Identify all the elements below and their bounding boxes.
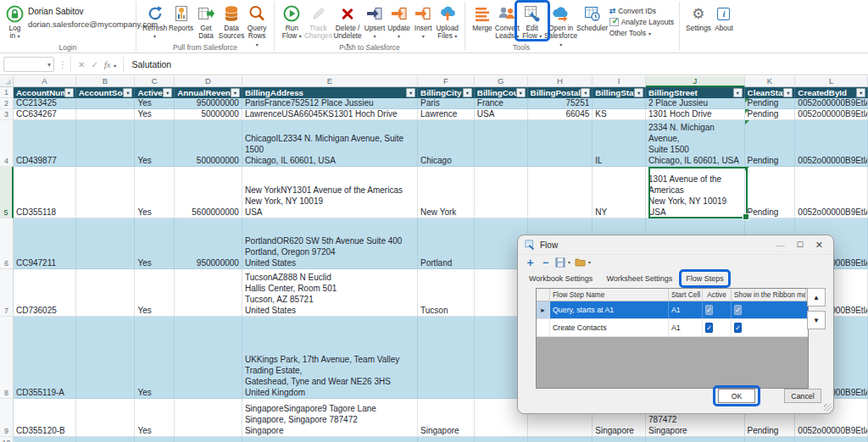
cell-K2[interactable]: Pending — [745, 98, 796, 109]
cell-B3[interactable] — [76, 109, 136, 120]
name-box[interactable]: ▾ — [3, 57, 54, 72]
merge-button[interactable]: Merge — [471, 3, 493, 32]
active-checkbox[interactable]: ✓ — [705, 323, 713, 333]
cell-K10[interactable] — [745, 437, 796, 442]
save-dropdown-icon[interactable]: ▾ — [568, 259, 570, 265]
minimize-icon[interactable]: — — [776, 240, 785, 250]
reports-button[interactable]: Reports — [169, 3, 193, 32]
cell-B6[interactable] — [76, 218, 136, 269]
filter-dropdown-icon[interactable]: ▾ — [516, 88, 526, 97]
filter-dropdown-icon[interactable]: ▾ — [783, 88, 793, 97]
cell-A5[interactable]: CD355118 — [14, 167, 76, 218]
field-header-AccountSource[interactable]: AccountSource▾ — [76, 87, 136, 98]
flow-step-name[interactable]: Create Contacts — [550, 319, 669, 336]
log-in-button[interactable]: Log in ▾ — [6, 3, 24, 41]
cell-H2[interactable]: 75251 — [528, 98, 593, 109]
column-header-A[interactable]: A — [14, 76, 76, 87]
filter-dropdown-icon[interactable]: ▾ — [634, 88, 643, 97]
flow-step-start-cell[interactable]: A1 — [669, 319, 703, 336]
cell-G4[interactable] — [475, 120, 528, 167]
column-header-G[interactable]: G — [475, 76, 528, 87]
analyze-layouts-button[interactable]: Analyze Layouts — [609, 18, 674, 26]
formula-bar-handle[interactable]: ⋮ — [58, 60, 66, 69]
edit-flow-button[interactable]: Edit Flow ▾ — [521, 3, 543, 41]
cell-B5[interactable] — [76, 167, 136, 218]
cell-C6[interactable]: Yes — [135, 218, 175, 269]
cell-H3[interactable]: 66045 — [528, 109, 593, 120]
save-icon[interactable] — [555, 257, 565, 268]
cell-C8[interactable]: Yes — [135, 317, 175, 399]
row-header-5[interactable]: 5 — [0, 167, 14, 218]
open-folder-icon[interactable] — [575, 257, 586, 267]
cell-H10[interactable] — [528, 437, 593, 442]
flow-step-name[interactable]: Query, starts at A1 — [550, 301, 669, 318]
cell-D7[interactable] — [175, 269, 242, 317]
cell-H4[interactable] — [528, 120, 593, 167]
row-header-6[interactable]: 6 — [0, 218, 14, 269]
cell-B2[interactable] — [76, 98, 136, 109]
flow-dialog-titlebar[interactable]: Flow — ☐ ✕ — [518, 235, 833, 254]
cell-E6[interactable]: PortlandOR620 SW 5th Avenue Suite 400 Po… — [242, 218, 418, 269]
cell-A3[interactable]: CC634267 — [14, 109, 76, 120]
field-header-AccountNumber[interactable]: AccountNumber▾ — [14, 87, 76, 98]
show-in-ribbon-checkbox[interactable]: ✓ — [734, 323, 742, 333]
cell-G3[interactable]: USA — [475, 109, 528, 120]
confirm-entry-icon[interactable]: ✓ — [91, 60, 97, 69]
column-header-H[interactable]: H — [528, 76, 593, 87]
show-in-ribbon-checkbox[interactable]: ✓ — [734, 305, 742, 315]
field-header-BillingState[interactable]: BillingState▾ — [593, 87, 646, 98]
cell-J5[interactable]: 1301 Avenue of the Americas New York, NY… — [646, 167, 745, 218]
field-header-BillingPostalCode[interactable]: BillingPostalCode▾ — [528, 87, 593, 98]
open-dropdown-icon[interactable]: ▾ — [588, 259, 591, 265]
column-header-D[interactable]: D — [175, 76, 242, 87]
insert-button[interactable]: Insert▾ — [412, 3, 435, 41]
field-header-BillingStreet[interactable]: BillingStreet▾ — [646, 87, 745, 98]
open-in-salesforce-button[interactable]: Open in Salesforce ▾ — [545, 3, 577, 48]
cell-B9[interactable] — [76, 399, 136, 437]
filter-dropdown-icon[interactable]: ▾ — [856, 88, 865, 97]
cell-H5[interactable] — [528, 167, 593, 218]
cell-B10[interactable] — [76, 437, 136, 442]
cell-F10[interactable] — [418, 437, 475, 442]
row-header-2[interactable]: 2 — [0, 98, 14, 109]
cancel-entry-icon[interactable]: ✕ — [78, 60, 85, 69]
cell-F2[interactable]: Paris — [418, 98, 475, 109]
cell-A10[interactable] — [14, 437, 76, 442]
formula-bar-value[interactable]: Salutation — [124, 59, 172, 69]
cell-L2[interactable]: 0052o00000B9EtlAA — [795, 98, 868, 109]
cell-E7[interactable]: TucsonAZ888 N Euclid Hallis Center, Room… — [242, 269, 418, 317]
insert-function-icon[interactable]: fx ▾ — [104, 59, 116, 69]
get-data-button[interactable]: Get Data — [195, 3, 217, 41]
cell-D5[interactable]: 5600000000 — [175, 167, 242, 218]
move-step-down-button[interactable]: ▼ — [807, 311, 826, 329]
cell-F6[interactable]: Portland — [418, 218, 475, 269]
cell-A2[interactable]: CC213425 — [14, 98, 76, 109]
cell-L5[interactable]: 0052o00000B9EtlAA — [795, 167, 868, 218]
run-flow-button[interactable]: Run Flow ▾ — [281, 3, 303, 41]
row-header-7[interactable]: 7 — [0, 269, 14, 317]
cell-I4[interactable]: IL — [593, 120, 646, 167]
filter-dropdown-icon[interactable]: ▾ — [581, 88, 590, 97]
other-tools-button[interactable]: Other Tools ▾ — [609, 29, 674, 37]
cell-D10[interactable] — [175, 437, 242, 442]
cell-B4[interactable] — [76, 120, 136, 167]
field-header-Active__c[interactable]: Active__c▾ — [135, 87, 175, 98]
cell-I2[interactable] — [593, 98, 646, 109]
move-step-up-button[interactable]: ▲ — [807, 288, 826, 307]
field-header-AnnualRevenue[interactable]: AnnualRevenue▾ — [175, 87, 242, 98]
cell-D6[interactable]: 950000000 — [175, 218, 242, 269]
cell-A6[interactable]: CC947211 — [14, 218, 76, 269]
cell-C3[interactable]: Yes — [135, 109, 175, 120]
field-header-CleanStatus[interactable]: CleanStatus▾ — [745, 87, 796, 98]
cell-A9[interactable]: CD355120-B — [14, 399, 76, 437]
name-box-dropdown-icon[interactable]: ▾ — [47, 61, 51, 69]
cell-C4[interactable]: Yes — [135, 120, 175, 167]
filter-dropdown-icon[interactable]: ▾ — [123, 88, 132, 97]
update-button[interactable]: Update▾ — [387, 3, 410, 41]
flow-step-row[interactable]: ▸Query, starts at A1A1✓✓ — [537, 301, 808, 319]
ok-button[interactable]: OK — [718, 389, 755, 403]
cell-J4[interactable]: 2334 N. Michigan Avenue, Suite 1500 Chic… — [646, 120, 745, 167]
row-header-9[interactable]: 9 — [0, 399, 14, 437]
cell-C5[interactable]: Yes — [135, 167, 175, 218]
column-header-J[interactable]: J — [646, 76, 745, 87]
